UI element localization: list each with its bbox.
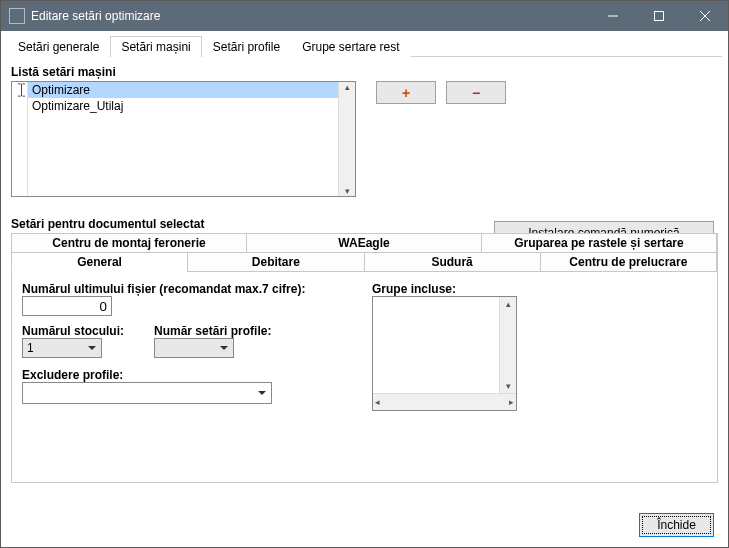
scrollbar-vertical[interactable]: ▴ ▾ — [499, 297, 516, 393]
minus-icon: − — [472, 85, 480, 101]
scrollbar-horizontal[interactable]: ◂ ▸ — [373, 393, 516, 410]
profile-setting-label: Număr setări profile: — [154, 324, 271, 338]
stock-value: 1 — [27, 341, 34, 355]
exclude-dropdown[interactable] — [22, 382, 272, 404]
app-icon — [9, 8, 25, 24]
tab-cutting[interactable]: Debitare — [187, 252, 364, 272]
included-groups-list[interactable]: ▴ ▾ ◂ ▸ — [372, 296, 517, 411]
titlebar: Editare setări optimizare — [1, 1, 728, 31]
doc-tabstrip: Centru de montaj feronerie WAEagle Grupa… — [11, 233, 718, 483]
close-dialog-button[interactable]: Închide — [639, 513, 714, 537]
minimize-icon — [608, 11, 618, 21]
profile-setting-dropdown[interactable] — [154, 338, 234, 358]
tab-profile-settings[interactable]: Setări profile — [202, 36, 291, 57]
window-title: Editare setări optimizare — [31, 9, 590, 23]
main-tabstrip: Setări generale Setări mașini Setări pro… — [7, 35, 722, 57]
tab-machine-settings[interactable]: Setări mașini — [110, 36, 201, 57]
tab-hardware-center[interactable]: Centru de montaj feronerie — [11, 233, 247, 253]
groups-label: Grupe incluse: — [372, 282, 517, 296]
minimize-button[interactable] — [590, 1, 636, 31]
svg-rect-1 — [655, 12, 664, 21]
last-file-label: Numărul ultimului fișier (recomandat max… — [22, 282, 342, 296]
tab-rack-grouping[interactable]: Gruparea pe rastele și sertare — [481, 233, 717, 253]
close-icon — [700, 11, 710, 21]
tree-gutter — [12, 82, 28, 196]
plus-icon: + — [402, 85, 410, 101]
chevron-right-icon: ▸ — [509, 397, 514, 407]
chevron-down-icon: ▾ — [506, 381, 511, 391]
tab-welding[interactable]: Sudură — [364, 252, 541, 272]
scrollbar-vertical[interactable]: ▴ ▾ — [338, 82, 355, 196]
chevron-down-icon: ▾ — [345, 186, 350, 196]
tab-waeagle[interactable]: WAEagle — [246, 233, 482, 253]
chevron-up-icon: ▴ — [345, 82, 350, 92]
tab-general-settings[interactable]: Setări generale — [7, 36, 110, 57]
remove-button[interactable]: − — [446, 81, 506, 104]
chevron-left-icon: ◂ — [375, 397, 380, 407]
tab-general[interactable]: General — [11, 252, 188, 272]
last-file-input[interactable] — [22, 296, 112, 316]
maximize-button[interactable] — [636, 1, 682, 31]
machine-list[interactable]: Optimizare Optimizare_Utilaj ▴ ▾ — [11, 81, 356, 197]
stock-label: Numărul stocului: — [22, 324, 124, 338]
tab-machining-center[interactable]: Centru de prelucrare — [540, 252, 717, 272]
list-item[interactable]: Optimizare — [28, 82, 338, 98]
stock-dropdown[interactable]: 1 — [22, 338, 102, 358]
exclude-label: Excludere profile: — [22, 368, 342, 382]
maximize-icon — [654, 11, 664, 21]
close-button[interactable] — [682, 1, 728, 31]
add-button[interactable]: + — [376, 81, 436, 104]
tab-drawer-groups[interactable]: Grupe sertare rest — [291, 36, 410, 57]
list-item[interactable]: Optimizare_Utilaj — [28, 98, 338, 114]
chevron-up-icon: ▴ — [506, 299, 511, 309]
machine-list-label: Listă setări mașini — [11, 65, 718, 79]
text-cursor-icon — [16, 83, 27, 97]
